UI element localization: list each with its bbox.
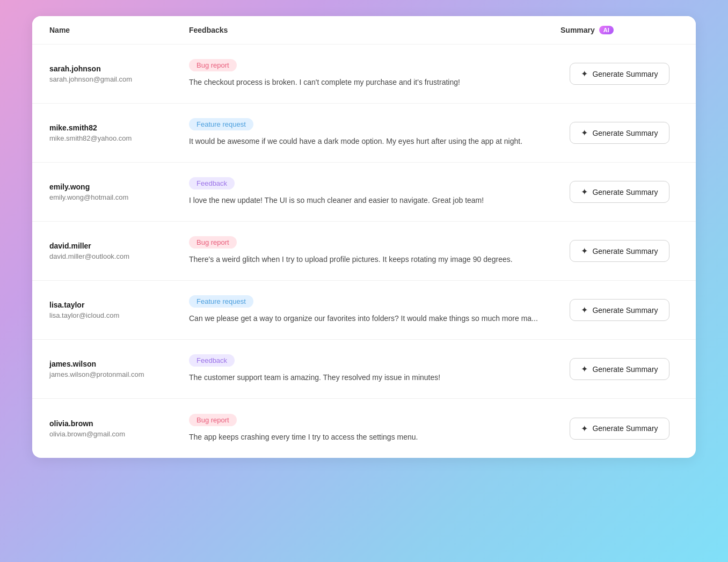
feedback-text: The checkout process is broken. I can't … xyxy=(189,77,539,89)
user-email: sarah.johnson@gmail.com xyxy=(49,75,189,83)
user-name: lisa.taylor xyxy=(49,301,189,309)
table-row: james.wilson james.wilson@protonmail.com… xyxy=(32,340,696,399)
generate-summary-button[interactable]: ✦ Generate Summary xyxy=(570,63,669,85)
feedback-table: Name Feedbacks Summary AI sarah.johnson … xyxy=(32,16,696,458)
feedback-tag: Bug report xyxy=(189,236,237,249)
user-name: emily.wong xyxy=(49,183,189,191)
user-cell: david.miller david.miller@outlook.com xyxy=(49,242,189,260)
summary-cell: ✦ Generate Summary xyxy=(560,63,679,85)
user-email: david.miller@outlook.com xyxy=(49,252,189,260)
feedback-tag: Feature request xyxy=(189,118,253,130)
summary-cell: ✦ Generate Summary xyxy=(560,358,679,380)
user-cell: olivia.brown olivia.brown@gmail.com xyxy=(49,419,189,438)
user-name: mike.smith82 xyxy=(49,123,189,132)
feedback-text: The customer support team is amazing. Th… xyxy=(189,372,539,384)
feedback-text: The app keeps crashing every time I try … xyxy=(189,432,539,443)
generate-btn-label: Generate Summary xyxy=(592,188,658,196)
summary-cell: ✦ Generate Summary xyxy=(560,418,679,440)
sparkle-icon: ✦ xyxy=(581,305,588,315)
feedback-tag: Feedback xyxy=(189,177,235,189)
feedback-cell: Feedback I love the new update! The UI i… xyxy=(189,177,560,207)
user-name: olivia.brown xyxy=(49,419,189,428)
sparkle-icon: ✦ xyxy=(581,128,588,138)
col-feedbacks-header: Feedbacks xyxy=(189,26,560,34)
feedback-cell: Bug report There's a weird glitch when I… xyxy=(189,236,560,266)
ai-badge: AI xyxy=(599,26,614,34)
generate-btn-label: Generate Summary xyxy=(592,247,658,256)
sparkle-icon: ✦ xyxy=(581,364,588,374)
feedback-text: I love the new update! The UI is so much… xyxy=(189,195,539,207)
generate-summary-button[interactable]: ✦ Generate Summary xyxy=(570,358,669,380)
feedback-text: Can we please get a way to organize our … xyxy=(189,313,539,325)
feedback-cell: Feature request It would be awesome if w… xyxy=(189,118,560,148)
feedback-tag: Feedback xyxy=(189,354,235,367)
generate-btn-label: Generate Summary xyxy=(592,365,658,374)
summary-label: Summary xyxy=(560,26,595,34)
feedback-tag: Bug report xyxy=(189,59,237,71)
user-name: sarah.johnson xyxy=(49,64,189,73)
sparkle-icon: ✦ xyxy=(581,424,588,434)
feedback-text: There's a weird glitch when I try to upl… xyxy=(189,254,539,266)
generate-summary-button[interactable]: ✦ Generate Summary xyxy=(570,418,669,440)
generate-summary-button[interactable]: ✦ Generate Summary xyxy=(570,240,669,262)
feedback-tag: Feature request xyxy=(189,295,253,308)
col-name-header: Name xyxy=(49,26,189,34)
summary-cell: ✦ Generate Summary xyxy=(560,240,679,262)
generate-btn-label: Generate Summary xyxy=(592,70,658,78)
user-cell: james.wilson james.wilson@protonmail.com xyxy=(49,360,189,378)
feedback-cell: Feedback The customer support team is am… xyxy=(189,354,560,384)
feedback-tag: Bug report xyxy=(189,414,237,426)
feedback-text: It would be awesome if we could have a d… xyxy=(189,136,539,148)
table-header: Name Feedbacks Summary AI xyxy=(32,16,696,45)
user-email: emily.wong@hotmail.com xyxy=(49,193,189,201)
user-email: lisa.taylor@icloud.com xyxy=(49,311,189,319)
table-row: olivia.brown olivia.brown@gmail.com Bug … xyxy=(32,399,696,458)
sparkle-icon: ✦ xyxy=(581,187,588,197)
user-name: james.wilson xyxy=(49,360,189,368)
table-body: sarah.johnson sarah.johnson@gmail.com Bu… xyxy=(32,45,696,458)
generate-btn-label: Generate Summary xyxy=(592,424,658,433)
user-email: mike.smith82@yahoo.com xyxy=(49,134,189,142)
table-row: david.miller david.miller@outlook.com Bu… xyxy=(32,222,696,281)
table-row: emily.wong emily.wong@hotmail.com Feedba… xyxy=(32,163,696,222)
user-email: olivia.brown@gmail.com xyxy=(49,430,189,438)
generate-summary-button[interactable]: ✦ Generate Summary xyxy=(570,122,669,144)
generate-btn-label: Generate Summary xyxy=(592,306,658,315)
table-row: mike.smith82 mike.smith82@yahoo.com Feat… xyxy=(32,104,696,163)
col-summary-header: Summary AI xyxy=(560,26,679,34)
user-email: james.wilson@protonmail.com xyxy=(49,370,189,378)
feedback-cell: Bug report The app keeps crashing every … xyxy=(189,414,560,443)
generate-btn-label: Generate Summary xyxy=(592,129,658,137)
user-cell: mike.smith82 mike.smith82@yahoo.com xyxy=(49,123,189,142)
user-cell: emily.wong emily.wong@hotmail.com xyxy=(49,183,189,201)
user-cell: lisa.taylor lisa.taylor@icloud.com xyxy=(49,301,189,319)
summary-cell: ✦ Generate Summary xyxy=(560,181,679,203)
table-row: sarah.johnson sarah.johnson@gmail.com Bu… xyxy=(32,45,696,104)
generate-summary-button[interactable]: ✦ Generate Summary xyxy=(570,299,669,321)
sparkle-icon: ✦ xyxy=(581,246,588,256)
user-cell: sarah.johnson sarah.johnson@gmail.com xyxy=(49,64,189,83)
user-name: david.miller xyxy=(49,242,189,250)
feedback-cell: Feature request Can we please get a way … xyxy=(189,295,560,325)
sparkle-icon: ✦ xyxy=(581,69,588,79)
feedback-cell: Bug report The checkout process is broke… xyxy=(189,59,560,89)
summary-cell: ✦ Generate Summary xyxy=(560,299,679,321)
generate-summary-button[interactable]: ✦ Generate Summary xyxy=(570,181,669,203)
table-row: lisa.taylor lisa.taylor@icloud.com Featu… xyxy=(32,281,696,340)
summary-cell: ✦ Generate Summary xyxy=(560,122,679,144)
